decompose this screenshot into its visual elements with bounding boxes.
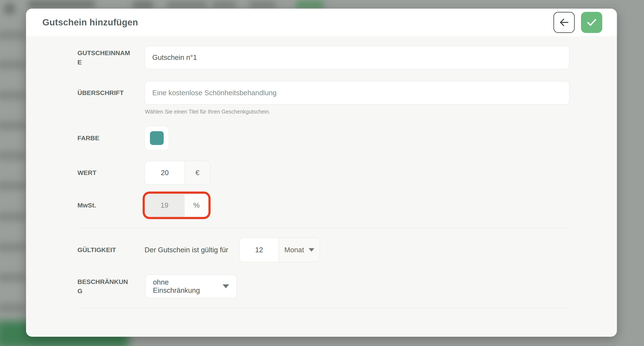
modal-title: Gutschein hinzufügen: [42, 9, 138, 36]
value-input-group: 20 €: [144, 161, 210, 185]
blurred-tab: [167, 1, 208, 8]
heading-help-text: Wählen Sie einen Titel für Ihren Geschen…: [145, 109, 270, 115]
validity-unit-label: Monat: [284, 246, 304, 254]
heading-input[interactable]: [144, 81, 570, 105]
restriction-label: BESCHRÄNKUNG: [78, 274, 132, 298]
blurred-active-tab: [296, 1, 324, 9]
chevron-down-icon: [309, 248, 314, 252]
validity-unit-dropdown[interactable]: Monat: [278, 238, 320, 262]
back-button[interactable]: [554, 12, 575, 33]
screen: Gutschein hinzufügen GUTSCHEINNAME: [0, 0, 644, 346]
validity-prefix-text: Der Gutschein ist gültig für: [144, 237, 228, 262]
blurred-tab: [132, 1, 154, 9]
validity-input-group: 12 Monat: [239, 237, 320, 262]
restriction-dropdown[interactable]: ohne Einschränkung: [145, 274, 237, 298]
blurred-sidebar-item: [0, 30, 26, 40]
vat-input-group: 19 %: [144, 194, 209, 217]
add-voucher-modal: Gutschein hinzufügen GUTSCHEINNAME: [26, 9, 617, 337]
heading-label: ÜBERSCHRIFT: [78, 81, 132, 105]
value-unit: €: [184, 161, 210, 185]
chevron-down-icon: [223, 284, 229, 288]
blurred-sidebar-item: [0, 303, 26, 313]
blurred-tab: [212, 1, 236, 8]
blurred-sidebar-item: [0, 151, 26, 161]
vat-input: 19: [145, 194, 184, 217]
vat-unit: %: [184, 194, 208, 217]
blurred-sidebar-item: [0, 121, 26, 130]
voucher-name-input[interactable]: [144, 46, 570, 69]
value-input[interactable]: 20: [145, 161, 184, 185]
validity-value-input[interactable]: 12: [240, 238, 278, 262]
color-label: FARBE: [78, 126, 132, 150]
divider: [78, 228, 570, 228]
blurred-tab: [249, 1, 276, 8]
blurred-sidebar-item: [0, 181, 26, 191]
color-swatch: [150, 131, 164, 145]
blurred-sidebar-item: [0, 242, 26, 252]
value-label: WERT: [78, 161, 132, 185]
confirm-button[interactable]: [581, 12, 602, 33]
validity-label: GÜLTIGKEIT: [78, 237, 132, 262]
arrow-left-icon: [558, 17, 570, 28]
vat-label: MwSt.: [78, 194, 132, 217]
restriction-selected-label: ohne Einschränkung: [153, 278, 217, 294]
blurred-sidebar-item: [0, 60, 26, 70]
blurred-sidebar-item: [0, 90, 26, 100]
blurred-menu-icon: [4, 3, 16, 15]
blurred-sidebar-item: [0, 212, 26, 222]
voucher-name-label: GUTSCHEINNAME: [78, 46, 132, 69]
blurred-brand-text: [28, 1, 95, 7]
color-picker[interactable]: [144, 126, 169, 150]
blurred-sidebar-item: [0, 273, 26, 282]
divider: [78, 308, 570, 308]
check-icon: [586, 16, 598, 29]
modal-header: Gutschein hinzufügen: [26, 9, 617, 36]
